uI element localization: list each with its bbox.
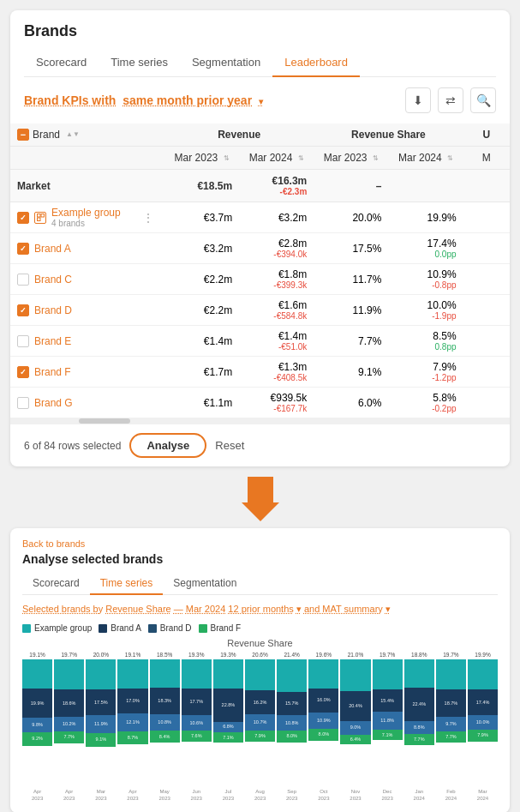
- bar-top-label-3: 19.1%: [125, 652, 140, 659]
- tab-leaderboard[interactable]: Leaderboard: [272, 49, 360, 77]
- rev2024-examplegroup: €3.2m: [239, 202, 314, 233]
- checkbox-brandc[interactable]: [17, 274, 29, 286]
- x-label-7: Aug2023: [245, 789, 275, 803]
- checkbox-brande[interactable]: [17, 335, 29, 347]
- bar-top-label-4: 18.5%: [157, 652, 172, 659]
- download-icon: ⬇: [413, 93, 423, 107]
- rev2024-brandg: €939.5k -€167.7k: [239, 388, 314, 418]
- bar-top-label-14: 19.9%: [475, 652, 490, 659]
- tab-timeseries[interactable]: Time series: [99, 49, 180, 77]
- bottom-bar: 6 of 84 rows selected Analyse Reset: [10, 424, 510, 466]
- rev2024-brandd: €1.6m -€584.8k: [239, 295, 314, 326]
- download-button[interactable]: ⬇: [405, 87, 431, 113]
- back-link[interactable]: Back to brands: [22, 538, 498, 549]
- rev2024-brandc: €1.8m -€399.3k: [239, 264, 314, 295]
- x-label-8: Sep2023: [277, 789, 307, 803]
- filter-date[interactable]: Mar 2024: [186, 604, 225, 614]
- filter-button[interactable]: ⇄: [438, 87, 463, 113]
- th-revenue-group: Revenue: [164, 123, 314, 147]
- brand-name-brandc[interactable]: Brand C: [34, 274, 72, 286]
- th-rev-mar2023[interactable]: Mar 2023 ⇅: [164, 147, 239, 170]
- brand-name-examplegroup[interactable]: Example group: [51, 207, 121, 219]
- bar-seg-2-0: [86, 659, 116, 689]
- bar-seg-6-0: [213, 659, 243, 688]
- brand-name-brande[interactable]: Brand E: [34, 335, 71, 347]
- rev2023-brande: €1.4m: [164, 326, 239, 357]
- checkbox-brandg[interactable]: [17, 397, 29, 409]
- rs2023-brandg: 6.0%: [314, 388, 388, 418]
- bar-seg-0-2: 9.8%: [22, 718, 52, 732]
- tab-segmentation[interactable]: Segmentation: [180, 49, 272, 77]
- th-rev-mar2024[interactable]: Mar 2024 ⇅: [239, 147, 314, 170]
- search-button[interactable]: 🔍: [470, 87, 496, 113]
- th-rs-mar2023[interactable]: Mar 2023 ⇅: [314, 147, 388, 170]
- x-axis: Apr2023Apr2023Mar2023Apr2023May2023Jun20…: [22, 789, 498, 803]
- rev2023-brandf: €1.7m: [164, 357, 239, 388]
- checkbox-branda[interactable]: [17, 243, 29, 255]
- filter-metric[interactable]: Revenue Share: [105, 604, 170, 614]
- filter-value[interactable]: same month prior year: [123, 93, 252, 107]
- brand-sort[interactable]: ▲▼: [66, 131, 80, 138]
- bar-top-label-7: 20.6%: [252, 652, 267, 659]
- bar-top-label-1: 19.7%: [61, 652, 76, 659]
- brand-cell-examplegroup: Example group 4 brands ⋮: [17, 207, 158, 228]
- brand-name-branda[interactable]: Brand A: [34, 243, 71, 255]
- market-label: Market: [10, 170, 164, 202]
- x-label-14: Mar2024: [468, 789, 498, 803]
- rev2023-brandc: €2.2m: [164, 264, 239, 295]
- bar-seg-5-2: 10.6%: [182, 715, 212, 731]
- bar-seg-11-0: [373, 659, 403, 689]
- tab-scorecard[interactable]: Scorecard: [24, 49, 99, 77]
- bar-group-2: 20.0%17.5%11.9%9.1%: [86, 652, 116, 787]
- rev2024-brandf: €1.3m -€408.5k: [239, 357, 314, 388]
- checkbox-brandf[interactable]: [17, 366, 29, 378]
- rs2023-examplegroup: 20.0%: [314, 202, 388, 233]
- bar-group-11: 19.7%15.4%11.8%7.1%: [373, 652, 403, 787]
- bar-seg-6-3: 7.1%: [213, 732, 243, 743]
- table-row: Brand C €2.2m €1.8m -€399.3k 11.7% 10.9%…: [10, 264, 510, 295]
- bottom-tab-scorecard[interactable]: Scorecard: [22, 573, 90, 595]
- bar-seg-4-0: [150, 659, 180, 687]
- bar-seg-3-3: 8.7%: [117, 731, 147, 744]
- select-all-checkbox[interactable]: [17, 129, 29, 141]
- bottom-tab-segmentation[interactable]: Segmentation: [163, 573, 247, 595]
- legend-label-branda: Brand A: [111, 623, 141, 633]
- analyse-button[interactable]: Analyse: [129, 433, 206, 458]
- bottom-tab-timeseries[interactable]: Time series: [90, 573, 164, 595]
- kebab-menu-examplegroup[interactable]: ⋮: [139, 211, 158, 225]
- checkbox-brandd[interactable]: [17, 304, 29, 316]
- rs-mar2023-sort[interactable]: ⇅: [373, 155, 379, 162]
- bar-seg-3-1: 17.0%: [117, 689, 147, 713]
- rev-mar2023-sort[interactable]: ⇅: [224, 155, 230, 162]
- bar-seg-12-2: 8.8%: [404, 721, 434, 734]
- th-rs-mar2024[interactable]: Mar 2024 ⇅: [388, 147, 463, 170]
- bar-seg-1-2: 10.2%: [54, 717, 84, 732]
- filter-label: Brand KPIs with same month prior year ▾: [24, 93, 263, 107]
- x-label-10: Nov2023: [340, 789, 370, 803]
- rs2024-brande: 8.5% 0.8pp: [388, 326, 463, 357]
- bar-seg-14-1: 17.4%: [468, 689, 498, 715]
- bar-seg-13-1: 18.7%: [436, 689, 466, 717]
- rs-mar2024-sort[interactable]: ⇅: [447, 155, 453, 162]
- filter-actions: ⬇ ⇄ 🔍: [405, 87, 496, 113]
- market-rs2024: [388, 170, 463, 202]
- brand-name-brandd[interactable]: Brand D: [34, 304, 72, 316]
- scrollbar-thumb[interactable]: [79, 418, 130, 424]
- top-panel: Brands Scorecard Time series Segmentatio…: [10, 10, 510, 466]
- rev-mar2024-sort[interactable]: ⇅: [298, 155, 304, 162]
- bar-group-12: 18.8%22.4%8.8%7.7%: [404, 652, 434, 787]
- horizontal-scrollbar[interactable]: [10, 418, 510, 424]
- legend-item-brandf: Brand F: [199, 623, 242, 633]
- brand-name-brandg[interactable]: Brand G: [34, 397, 73, 409]
- table-row: Brand E €1.4m €1.4m -€51.0k 7.7% 8.5% 0.…: [10, 326, 510, 357]
- reset-button[interactable]: Reset: [215, 439, 244, 452]
- filter-period[interactable]: 12 prior months: [228, 604, 293, 614]
- bar-top-label-0: 19.1%: [29, 652, 45, 659]
- brand-name-brandf[interactable]: Brand F: [34, 366, 71, 378]
- bar-seg-0-3: 9.2%: [22, 732, 52, 746]
- checkbox-examplegroup[interactable]: [17, 212, 29, 224]
- x-label-4: May2023: [150, 789, 180, 803]
- bar-group-7: 20.6%16.2%10.7%7.9%: [245, 652, 275, 787]
- th-revshare-group: Revenue Share: [314, 123, 463, 147]
- table-row: Brand D €2.2m €1.6m -€584.8k 11.9% 10.0%…: [10, 295, 510, 326]
